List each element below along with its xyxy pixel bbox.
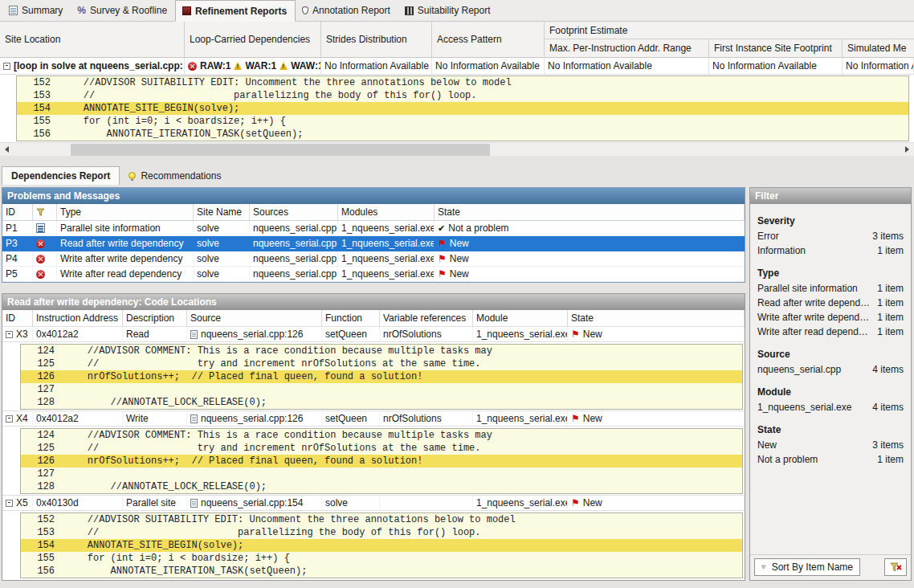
collapse-icon[interactable] xyxy=(6,331,13,338)
column-header-function[interactable]: Function xyxy=(322,310,380,326)
source-cell: nqueens_serial.cpp:126 xyxy=(187,411,322,426)
column-header-access-pattern[interactable]: Access Pattern xyxy=(432,22,545,57)
document-icon xyxy=(190,330,198,339)
column-header-addr-range[interactable]: Max. Per-Instruction Addr. Range xyxy=(545,39,709,57)
table-row[interactable]: P4 Write after write dependency solve nq… xyxy=(2,251,745,267)
column-header-description[interactable]: Description xyxy=(123,310,187,326)
tab-label: Suitability Report xyxy=(418,5,491,16)
filter-item[interactable]: Write after read dependency1 item xyxy=(750,325,911,339)
line-number: 125 xyxy=(21,442,64,455)
column-header-instruction-address[interactable]: Instruction Address xyxy=(33,310,123,326)
code-line: 152 //ADVISOR SUITABILITY EDIT: Uncommen… xyxy=(17,76,908,89)
code-line-highlighted: 154 ANNOTATE_SITE_BEGIN(solve); xyxy=(17,102,908,115)
filter-funnel-icon xyxy=(36,208,45,217)
column-header-site-name[interactable]: Site Name xyxy=(194,204,250,220)
tab-summary[interactable]: Summary xyxy=(2,0,71,21)
column-header-type[interactable]: Type xyxy=(57,204,194,220)
column-header-modules[interactable]: Modules xyxy=(338,204,435,220)
new-flag-icon: ⚑ xyxy=(571,414,580,423)
column-header-strides[interactable]: Strides Distribution xyxy=(321,22,432,57)
tab-refinement-reports[interactable]: Refinement Reports xyxy=(175,0,296,22)
scrollbar-thumb[interactable] xyxy=(71,144,490,156)
tab-label: Annotation Report xyxy=(312,5,390,16)
filter-item-count: 1 item xyxy=(877,326,904,337)
filter-item-count: 3 items xyxy=(872,439,904,451)
filter-item[interactable]: Read after write dependency1 item xyxy=(750,296,911,310)
collapse-icon[interactable] xyxy=(6,500,13,507)
column-header-first-instance[interactable]: First Instance Site Footprint xyxy=(709,39,843,57)
error-icon xyxy=(188,62,197,71)
filter-item-count: 1 item xyxy=(877,312,904,323)
filter-item[interactable]: 1_nqueens_serial.exe4 items xyxy=(750,400,911,414)
sort-by-item-name-button[interactable]: Sort By Item Name xyxy=(754,558,860,576)
column-header-source[interactable]: Source xyxy=(187,310,322,326)
document-icon xyxy=(190,499,198,508)
horizontal-scrollbar[interactable] xyxy=(0,142,914,156)
table-row[interactable]: P5 Write after read dependency solve nqu… xyxy=(2,267,745,282)
tab-recommendations[interactable]: Recommendations xyxy=(120,166,230,185)
state-cell: ✔Not a problem xyxy=(435,221,745,235)
filter-item[interactable]: New3 items xyxy=(750,438,911,452)
filter-group-type: Type Parallel site information1 item Rea… xyxy=(750,265,911,339)
function: solve xyxy=(322,496,380,510)
column-header-id[interactable]: ID xyxy=(2,204,33,220)
addr-range-cell: No Information Available xyxy=(545,58,709,74)
filter-item-label: nqueens_serial.cpp xyxy=(757,364,866,375)
line-text: nrOfSolutions++; // Placed final queen, … xyxy=(64,370,422,383)
table-row[interactable]: P1 Parallel site information solve nquee… xyxy=(2,221,745,236)
code-locations-panel: Read after write dependency: Code Locati… xyxy=(2,293,745,581)
collapse-icon[interactable] xyxy=(3,63,10,70)
problem-type: Read after write dependency xyxy=(57,236,194,251)
column-header-state[interactable]: State xyxy=(568,310,745,326)
column-header-footprint-estimate[interactable]: Footprint Estimate xyxy=(545,22,914,39)
column-header-loop-carried[interactable]: Loop-Carried Dependencies xyxy=(185,22,321,57)
problem-id: P1 xyxy=(2,221,33,235)
column-header-state[interactable]: State xyxy=(435,204,745,220)
location-row[interactable]: X4 0x4012a2 Write nqueens_serial.cpp:126… xyxy=(2,410,745,427)
filter-item[interactable]: Not a problem1 item xyxy=(750,452,911,467)
tab-label: Recommendations xyxy=(141,170,221,182)
column-header-id[interactable]: ID xyxy=(2,310,33,326)
scroll-left-button[interactable] xyxy=(0,143,14,157)
table-row-selected[interactable]: P3 Read after write dependency solve nqu… xyxy=(2,236,745,251)
problems-panel-header: Problems and Messages xyxy=(2,188,745,204)
column-header-simulated[interactable]: Simulated Me xyxy=(843,39,914,57)
tab-dependencies-report[interactable]: Dependencies Report xyxy=(2,166,120,185)
filter-item-label: Not a problem xyxy=(757,454,871,465)
filter-item-label: Parallel site information xyxy=(757,283,871,294)
filter-item[interactable]: Write after write dependency1 item xyxy=(750,310,911,325)
filter-item[interactable]: Error3 items xyxy=(750,229,911,243)
modules: 1_nqueens_serial.exe xyxy=(338,221,435,235)
sort-triangle-icon xyxy=(761,564,766,570)
scroll-right-button[interactable] xyxy=(900,143,914,157)
refinement-icon xyxy=(182,6,191,15)
variable-references: nrOfSolutions xyxy=(380,411,473,426)
filter-item[interactable]: nqueens_serial.cpp4 items xyxy=(750,362,911,377)
column-header-severity[interactable] xyxy=(33,204,57,220)
location-row[interactable]: X3 0x4012a2 Read nqueens_serial.cpp:126 … xyxy=(2,326,745,342)
column-header-sources[interactable]: Sources xyxy=(250,204,338,220)
filter-group-source: Source nqueens_serial.cpp4 items xyxy=(750,346,911,377)
location-id-text: X3 xyxy=(16,329,28,340)
column-header-module[interactable]: Module xyxy=(473,310,568,326)
clear-filters-button[interactable] xyxy=(884,558,907,576)
filter-item[interactable]: Parallel site information1 item xyxy=(750,281,911,296)
code-line: 124 //ADVISOR COMMENT: This is a race co… xyxy=(21,429,742,442)
severity-cell xyxy=(33,251,57,266)
collapse-icon[interactable] xyxy=(6,415,13,423)
annotation-icon xyxy=(302,6,308,14)
report-left-column: Problems and Messages ID Type Site Name … xyxy=(2,187,745,581)
tab-survey-roofline[interactable]: % Survey & Roofline xyxy=(71,0,175,21)
site-row[interactable]: [loop in solve at nqueens_serial.cpp: ..… xyxy=(0,58,914,75)
description: Read xyxy=(123,327,187,341)
code-line-highlighted: 154 ANNOTATE_SITE_BEGIN(solve); xyxy=(21,539,742,552)
tab-annotation-report[interactable]: Annotation Report xyxy=(296,0,398,21)
column-header-site-location[interactable]: Site Location xyxy=(0,22,185,57)
filter-item[interactable]: Information1 item xyxy=(750,243,911,258)
line-number: 152 xyxy=(17,76,60,89)
tab-label: Summary xyxy=(22,5,63,16)
column-header-variable-references[interactable]: Variable references xyxy=(380,310,473,326)
tab-suitability-report[interactable]: Suitability Report xyxy=(398,0,499,21)
line-text: //ADVISOR SUITABILITY EDIT: Uncomment th… xyxy=(60,76,512,89)
location-row[interactable]: X5 0x40130d Parallel site nqueens_serial… xyxy=(2,495,745,511)
